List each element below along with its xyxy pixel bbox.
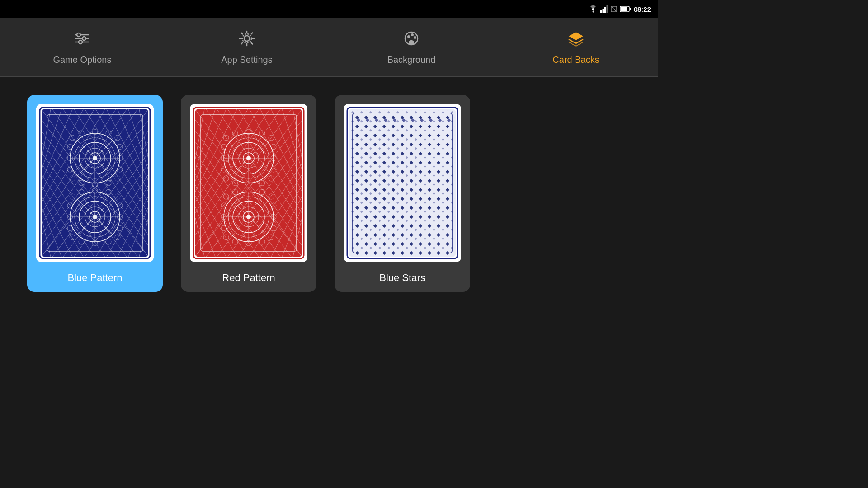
card-label-blue-pattern: Blue Pattern xyxy=(27,267,163,292)
sliders-icon xyxy=(73,29,91,50)
svg-rect-7 xyxy=(621,7,627,11)
svg-rect-242 xyxy=(350,110,455,256)
card-label-red-pattern: Red Pattern xyxy=(181,267,316,292)
card-image-red-pattern xyxy=(190,104,307,262)
svg-point-13 xyxy=(82,37,86,40)
layers-icon xyxy=(567,29,585,50)
status-bar: 08:22 xyxy=(0,0,658,18)
palette-icon xyxy=(402,29,420,50)
tab-background-label: Background xyxy=(387,55,436,65)
card-wrapper-blue-stars: /* placeholder */ xyxy=(335,95,470,267)
tab-card-backs[interactable]: Card Backs xyxy=(494,18,658,76)
card-image-blue-stars: /* placeholder */ xyxy=(344,104,461,262)
tab-app-settings[interactable]: App Settings xyxy=(165,18,329,76)
tab-app-settings-label: App Settings xyxy=(221,55,272,65)
tab-game-options-label: Game Options xyxy=(53,55,112,65)
wifi-icon xyxy=(589,5,598,13)
battery-icon xyxy=(620,6,631,12)
svg-point-12 xyxy=(77,33,80,37)
svg-rect-3 xyxy=(606,5,608,13)
svg-point-18 xyxy=(407,35,410,38)
tab-card-backs-label: Card Backs xyxy=(552,55,599,65)
svg-marker-21 xyxy=(569,32,583,40)
card-wrapper-red xyxy=(181,95,316,267)
card-option-blue-pattern[interactable]: Blue Pattern xyxy=(27,95,163,292)
gear-icon xyxy=(238,29,256,50)
card-wrapper-blue xyxy=(27,95,163,267)
svg-point-14 xyxy=(79,40,82,44)
tab-background[interactable]: Background xyxy=(329,18,494,76)
main-content: Blue Pattern xyxy=(0,77,658,310)
tab-game-options[interactable]: Game Options xyxy=(0,18,165,76)
signal-icon xyxy=(600,5,608,13)
svg-rect-0 xyxy=(600,10,602,13)
svg-point-15 xyxy=(244,36,250,41)
card-option-blue-stars[interactable]: /* placeholder */ xyxy=(335,95,470,292)
card-option-red-pattern[interactable]: Red Pattern xyxy=(181,95,316,292)
card-label-blue-stars: Blue Stars xyxy=(335,267,470,292)
svg-point-20 xyxy=(414,36,416,39)
status-icons: 08:22 xyxy=(589,5,651,13)
no-sim-icon xyxy=(610,5,618,13)
status-time: 08:22 xyxy=(634,5,651,13)
svg-rect-1 xyxy=(602,9,604,13)
nav-tabs: Game Options App Settings Background xyxy=(0,18,658,77)
svg-rect-8 xyxy=(630,8,631,10)
card-image-blue-pattern xyxy=(36,104,154,262)
svg-rect-2 xyxy=(604,7,606,13)
svg-point-19 xyxy=(411,33,414,36)
